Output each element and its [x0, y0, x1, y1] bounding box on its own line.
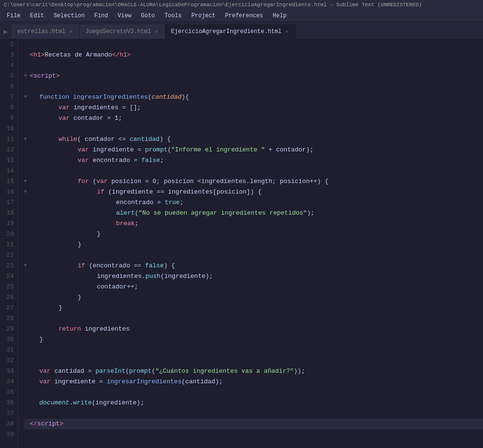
menu-find[interactable]: Find	[89, 11, 113, 21]
code-line-31	[24, 345, 483, 356]
line-num-29: 29	[3, 324, 14, 334]
menu-goto[interactable]: Goto	[136, 11, 160, 21]
code-line-38: </script>	[24, 419, 483, 429]
menu-project[interactable]: Project	[187, 11, 220, 21]
code-line-23: ▼ if (encontrado == false ) {	[24, 261, 483, 271]
menu-bar: File Edit Selection Find View Goto Tools…	[0, 10, 483, 22]
tab-juego-label: JuegoSecretoV3.html	[85, 28, 151, 35]
code-line-27: }	[24, 303, 483, 313]
line-num-19: 19	[3, 218, 14, 229]
line-num-13: 13	[3, 155, 14, 166]
tab-bar: ▶ estrellas.html ✕ JuegoSecretoV3.html ✕…	[0, 22, 483, 39]
nav-left-arrow[interactable]: ▶	[2, 25, 10, 38]
line-num-16: 16	[3, 187, 14, 197]
code-line-14	[24, 166, 483, 176]
line-num-6: 6	[3, 81, 14, 92]
title-bar: C:\Users\carit\Desktop\programacion\ORAC…	[0, 0, 483, 10]
code-line-39	[24, 429, 483, 440]
line-num-27: 27	[3, 303, 14, 313]
menu-tools[interactable]: Tools	[160, 11, 187, 21]
tab-ejercicio[interactable]: EjercicioAgregarIngrediente.html ✕	[165, 24, 296, 39]
code-line-4	[24, 60, 483, 71]
code-line-19: break ;	[24, 218, 483, 229]
line-num-20: 20	[3, 229, 14, 240]
menu-selection[interactable]: Selection	[49, 11, 90, 21]
fold-arrow-11[interactable]: ▼	[24, 134, 29, 145]
fold-arrow-16[interactable]: ▼	[24, 187, 29, 197]
line-numbers: 2 3 4 5 6 7 8 9 10 11 12 13 14 15 16 17 …	[0, 39, 18, 448]
fold-arrow-7[interactable]: ▼	[24, 92, 29, 103]
menu-edit[interactable]: Edit	[25, 11, 49, 21]
code-line-20: }	[24, 229, 483, 240]
code-line-15: ▼ for ( var posicion = 0; posicion < ing…	[24, 176, 483, 187]
code-line-32	[24, 356, 483, 366]
line-num-21: 21	[3, 240, 14, 250]
menu-help[interactable]: Help	[268, 11, 292, 21]
code-line-21: }	[24, 240, 483, 250]
line-num-33: 33	[3, 366, 14, 377]
line-num-5: 5	[3, 71, 14, 81]
tab-estrellas-close[interactable]: ✕	[69, 29, 72, 34]
menu-view[interactable]: View	[113, 11, 136, 21]
line-num-32: 32	[3, 356, 14, 366]
line-num-24: 24	[3, 271, 14, 282]
line-num-18: 18	[3, 208, 14, 218]
line-num-12: 12	[3, 145, 14, 155]
line-num-22: 22	[3, 250, 14, 261]
menu-preferences[interactable]: Preferences	[220, 11, 268, 21]
code-line-8: var ingredientes = [];	[24, 103, 483, 113]
code-line-7: ▼ function ingresarIngredientes ( cantid…	[24, 92, 483, 103]
code-line-3: <h1>Recetas de Armando</h1>	[24, 50, 483, 60]
tab-ejercicio-label: EjercicioAgregarIngrediente.html	[171, 28, 282, 35]
code-line-30: }	[24, 334, 483, 345]
code-line-35	[24, 387, 483, 398]
line-num-10: 10	[3, 124, 14, 134]
code-line-6	[24, 81, 483, 92]
fold-arrow-15[interactable]: ▼	[24, 176, 29, 187]
code-line-5: ▼ <script>	[24, 71, 483, 81]
code-line-34: var ingrediente = ingresarIngredientes (…	[24, 377, 483, 387]
title-text: C:\Users\carit\Desktop\programacion\ORAC…	[4, 2, 422, 8]
code-line-11: ▼ while ( contador <= cantidad ) {	[24, 134, 483, 145]
line-num-2: 2	[3, 39, 14, 50]
code-line-24: ingredientes. push (ingrediente);	[24, 271, 483, 282]
fold-arrow-23[interactable]: ▼	[24, 261, 29, 271]
tab-estrellas-label: estrellas.html	[17, 28, 66, 35]
line-num-28: 28	[3, 313, 14, 324]
menu-file[interactable]: File	[2, 11, 25, 21]
fold-arrow-5[interactable]: ▼	[24, 71, 29, 81]
line-num-23: 23	[3, 261, 14, 271]
line-num-25: 25	[3, 282, 14, 292]
editor: 2 3 4 5 6 7 8 9 10 11 12 13 14 15 16 17 …	[0, 39, 483, 448]
line-num-9: 9	[3, 113, 14, 124]
tab-estrellas[interactable]: estrellas.html ✕	[12, 24, 80, 39]
line-num-30: 30	[3, 334, 14, 345]
line-num-8: 8	[3, 103, 14, 113]
line-num-34: 34	[3, 377, 14, 387]
code-line-25: contador++;	[24, 282, 483, 292]
tab-juego-close[interactable]: ✕	[155, 29, 158, 34]
line-num-14: 14	[3, 166, 14, 176]
line-num-35: 35	[3, 387, 14, 398]
line-num-38: 38	[3, 419, 14, 429]
code-line-36: document . write (ingrediente);	[24, 398, 483, 408]
line-num-4: 4	[3, 60, 14, 71]
code-line-13: var encontrado = false ;	[24, 155, 483, 166]
code-line-29: return ingredientes	[24, 324, 483, 334]
line-num-37: 37	[3, 408, 14, 419]
line-num-11: 11	[3, 134, 14, 145]
code-line-16: ▼ if (ingrediente == ingredientes[posici…	[24, 187, 483, 197]
tab-ejercicio-close[interactable]: ✕	[285, 29, 289, 34]
code-area[interactable]: <h1>Recetas de Armando</h1> ▼ <script> ▼…	[18, 39, 483, 448]
line-num-7: 7	[3, 92, 14, 103]
code-line-22	[24, 250, 483, 261]
tab-juego[interactable]: JuegoSecretoV3.html ✕	[80, 24, 165, 39]
code-line-2	[24, 39, 483, 50]
line-num-15: 15	[3, 176, 14, 187]
code-line-12: var ingrediente = prompt ( "Informe el i…	[24, 145, 483, 155]
line-num-26: 26	[3, 292, 14, 303]
line-num-39: 39	[3, 429, 14, 440]
code-line-37	[24, 408, 483, 419]
line-num-17: 17	[3, 197, 14, 208]
line-num-36: 36	[3, 398, 14, 408]
